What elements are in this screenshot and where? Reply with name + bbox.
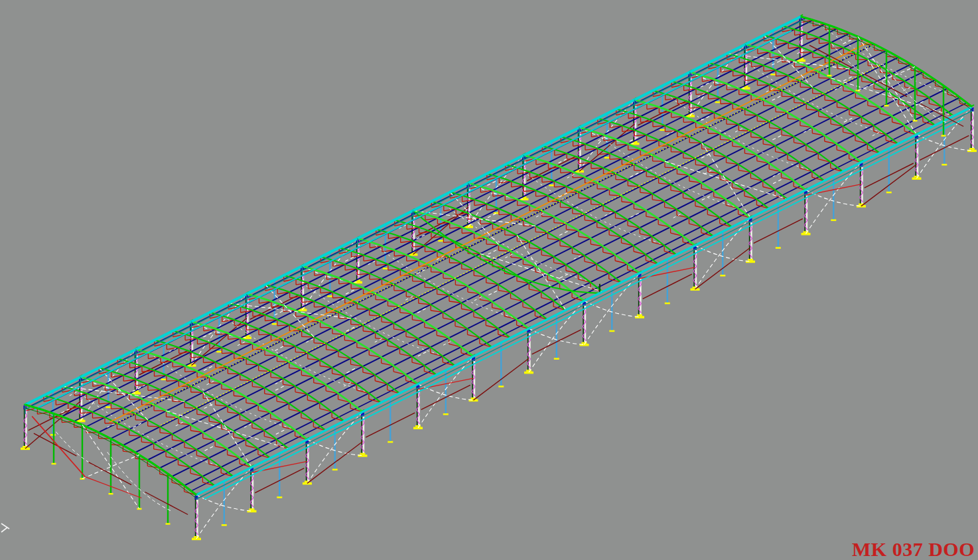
roof-purlins — [31, 18, 967, 491]
cad-viewport[interactable]: MK 037 DOO — [0, 0, 978, 560]
ucs-axis-marker — [1, 524, 9, 532]
steel-structure-3d-model — [0, 0, 978, 560]
watermark-text: MK 037 DOO — [852, 538, 975, 560]
front-wall-braces — [196, 107, 972, 539]
left-gable-end — [25, 405, 196, 525]
back-wall-columns — [21, 15, 805, 450]
